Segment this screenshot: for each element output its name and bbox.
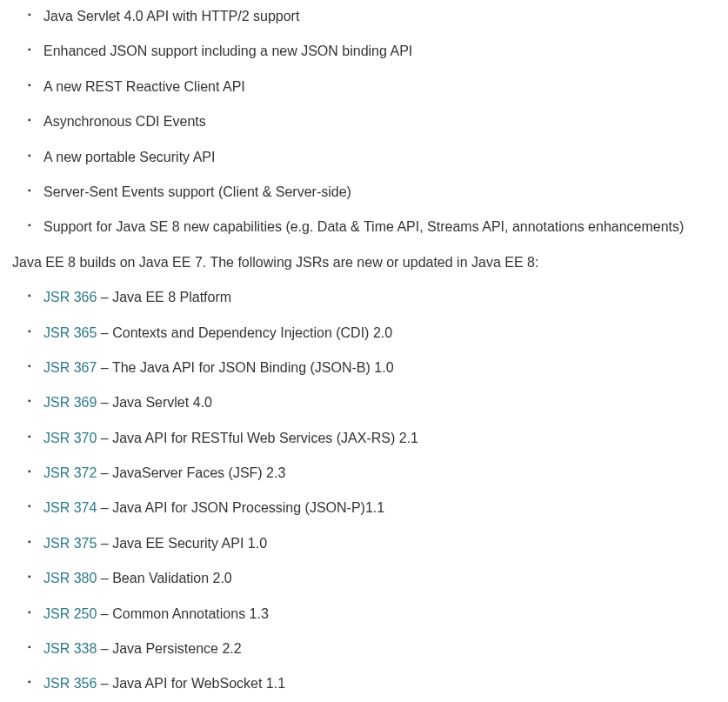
jsr-desc: Java Servlet 4.0 [112,395,212,410]
list-item: JSR 250 – Common Annotations 1.3 [43,605,728,624]
list-item: JSR 369 – Java Servlet 4.0 [43,393,728,412]
jsr-list: JSR 366 – Java EE 8 Platform JSR 365 – C… [0,288,728,702]
jsr-desc: Bean Validation 2.0 [112,571,232,585]
list-item: JSR 374 – Java API for JSON Processing (… [43,498,728,518]
intro-paragraph: Java EE 8 builds on Java EE 7. The follo… [12,253,728,272]
list-item: Asynchronous CDI Events [43,112,728,131]
jsr-link[interactable]: JSR 356 [43,676,97,691]
jsr-desc: JavaServer Faces (JSF) 2.3 [112,465,285,480]
jsr-desc: Java API for RESTful Web Services (JAX-R… [112,431,418,445]
jsr-link[interactable]: JSR 366 [43,290,97,304]
jsr-link[interactable]: JSR 250 [43,606,97,621]
jsr-desc: Java API for WebSocket 1.1 [112,676,285,691]
jsr-link[interactable]: JSR 367 [43,360,97,375]
separator: – [97,360,112,375]
separator: – [97,431,112,445]
list-item: JSR 372 – JavaServer Faces (JSF) 2.3 [43,464,728,483]
separator: – [97,571,112,585]
jsr-desc: The Java API for JSON Binding (JSON-B) 1… [112,360,394,375]
list-item: Java Servlet 4.0 API with HTTP/2 support [43,7,728,26]
list-item: JSR 366 – Java EE 8 Platform [43,288,728,307]
list-item: JSR 365 – Contexts and Dependency Inject… [43,324,728,343]
jsr-link[interactable]: JSR 375 [43,536,97,551]
jsr-link[interactable]: JSR 380 [43,571,97,585]
list-item: JSR 356 – Java API for WebSocket 1.1 [43,674,728,693]
separator: – [97,641,112,656]
separator: – [97,395,112,410]
list-item: JSR 375 – Java EE Security API 1.0 [43,534,728,553]
list-item: JSR 367 – The Java API for JSON Binding … [43,358,728,378]
jsr-desc: Java EE 8 Platform [112,290,231,304]
jsr-link[interactable]: JSR 372 [43,465,97,480]
jsr-link[interactable]: JSR 369 [43,395,97,410]
list-item: Server-Sent Events support (Client & Ser… [43,183,728,202]
jsr-desc: Common Annotations 1.3 [112,606,269,621]
jsr-link[interactable]: JSR 370 [43,431,97,445]
jsr-desc: Java Persistence 2.2 [112,641,242,656]
separator: – [97,676,112,691]
list-item: JSR 370 – Java API for RESTful Web Servi… [43,429,728,448]
list-item: A new portable Security API [43,148,728,167]
separator: – [97,500,112,515]
jsr-link[interactable]: JSR 374 [43,500,97,515]
separator: – [97,536,112,551]
jsr-link[interactable]: JSR 365 [43,325,97,340]
separator: – [97,325,112,340]
list-item: Enhanced JSON support including a new JS… [43,42,728,61]
separator: – [97,606,112,621]
separator: – [97,465,112,480]
jsr-desc: Java API for JSON Processing (JSON-P)1.1 [112,500,384,515]
jsr-desc: Java EE Security API 1.0 [112,536,267,551]
list-item: JSR 380 – Bean Validation 2.0 [43,569,728,588]
jsr-desc: Contexts and Dependency Injection (CDI) … [112,325,392,340]
feature-list: Java Servlet 4.0 API with HTTP/2 support… [0,7,728,237]
list-item: JSR 338 – Java Persistence 2.2 [43,639,728,659]
list-item: Support for Java SE 8 new capabilities (… [43,217,728,237]
separator: – [97,290,112,304]
list-item: A new REST Reactive Client API [43,77,728,97]
jsr-link[interactable]: JSR 338 [43,641,97,656]
